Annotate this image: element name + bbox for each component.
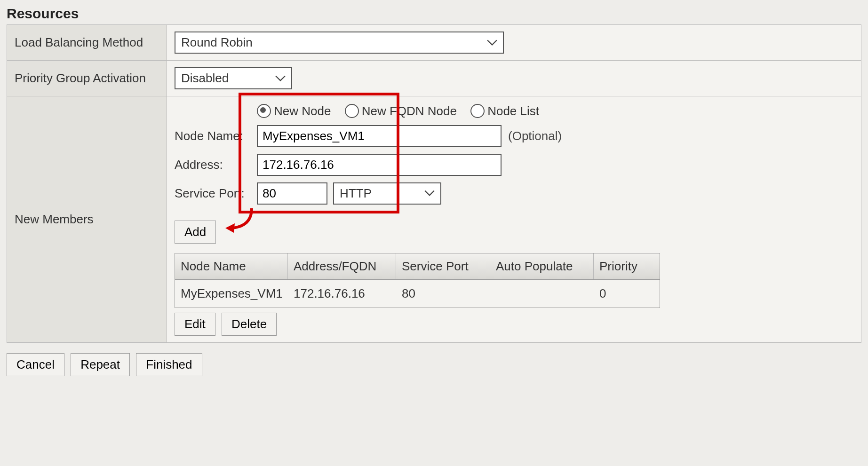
priority-group-selected: Disabled bbox=[181, 71, 229, 86]
priority-group-value-cell: Disabled bbox=[167, 61, 861, 96]
radio-new-node-label: New Node bbox=[274, 104, 331, 118]
node-name-row: Node Name: (Optional) bbox=[175, 125, 853, 147]
node-name-label: Node Name: bbox=[175, 129, 257, 143]
service-port-proto-select[interactable]: HTTP bbox=[333, 182, 441, 205]
edit-button[interactable]: Edit bbox=[175, 313, 215, 336]
add-button[interactable]: Add bbox=[175, 221, 216, 244]
col-auto-populate: Auto Populate bbox=[490, 253, 594, 279]
col-priority: Priority bbox=[594, 253, 660, 279]
service-port-input[interactable] bbox=[257, 182, 327, 205]
radio-icon bbox=[345, 104, 359, 118]
resources-form: Load Balancing Method Round Robin Priori… bbox=[7, 24, 861, 343]
chevron-down-icon bbox=[275, 75, 286, 82]
address-input[interactable] bbox=[257, 154, 502, 176]
radio-icon bbox=[257, 104, 271, 118]
members-table-header: Node Name Address/FQDN Service Port Auto… bbox=[175, 253, 660, 280]
radio-new-node[interactable]: New Node bbox=[257, 104, 331, 118]
service-port-proto-selected: HTTP bbox=[340, 186, 372, 201]
chevron-down-icon bbox=[424, 190, 435, 197]
cancel-button[interactable]: Cancel bbox=[7, 353, 64, 376]
col-service-port: Service Port bbox=[396, 253, 490, 279]
finished-button[interactable]: Finished bbox=[136, 353, 202, 376]
radio-icon bbox=[470, 104, 485, 118]
node-name-optional: (Optional) bbox=[508, 129, 562, 143]
repeat-button[interactable]: Repeat bbox=[71, 353, 130, 376]
load-balancing-value-cell: Round Robin bbox=[167, 25, 861, 61]
members-table: Node Name Address/FQDN Service Port Auto… bbox=[175, 253, 660, 308]
node-type-radios: New Node New FQDN Node Node List bbox=[257, 103, 853, 118]
chevron-down-icon bbox=[487, 39, 497, 46]
col-address: Address/FQDN bbox=[288, 253, 396, 279]
cell-priority: 0 bbox=[594, 280, 660, 308]
radio-node-list-label: Node List bbox=[487, 104, 539, 118]
bottom-actions: Cancel Repeat Finished bbox=[7, 353, 861, 376]
new-members-label: New Members bbox=[15, 212, 94, 227]
table-row[interactable]: MyExpenses_VM1 172.16.76.16 80 0 bbox=[175, 280, 660, 308]
radio-new-fqdn[interactable]: New FQDN Node bbox=[345, 104, 457, 118]
section-title: Resources bbox=[7, 6, 861, 22]
radio-node-list[interactable]: Node List bbox=[470, 104, 539, 118]
load-balancing-label: Load Balancing Method bbox=[15, 35, 143, 50]
node-name-input[interactable] bbox=[257, 125, 502, 147]
new-members-value-cell: New Node New FQDN Node Node List Node Na… bbox=[167, 96, 861, 342]
cell-address: 172.16.76.16 bbox=[288, 280, 396, 308]
new-members-label-cell: New Members bbox=[7, 96, 167, 342]
cell-auto-populate bbox=[490, 280, 594, 308]
load-balancing-selected: Round Robin bbox=[181, 35, 253, 50]
service-port-row: Service Port: HTTP bbox=[175, 182, 853, 205]
priority-group-label-cell: Priority Group Activation bbox=[7, 61, 167, 96]
priority-group-label: Priority Group Activation bbox=[15, 71, 146, 86]
col-node-name: Node Name bbox=[175, 253, 288, 279]
address-row: Address: bbox=[175, 154, 853, 176]
load-balancing-label-cell: Load Balancing Method bbox=[7, 25, 167, 61]
cell-service-port: 80 bbox=[396, 280, 490, 308]
service-port-label: Service Port: bbox=[175, 186, 257, 201]
cell-node-name: MyExpenses_VM1 bbox=[175, 280, 288, 308]
priority-group-select[interactable]: Disabled bbox=[175, 67, 292, 89]
address-label: Address: bbox=[175, 158, 257, 172]
table-actions: Edit Delete bbox=[175, 313, 853, 336]
radio-new-fqdn-label: New FQDN Node bbox=[362, 104, 457, 118]
delete-button[interactable]: Delete bbox=[222, 313, 277, 336]
load-balancing-select[interactable]: Round Robin bbox=[175, 32, 504, 54]
